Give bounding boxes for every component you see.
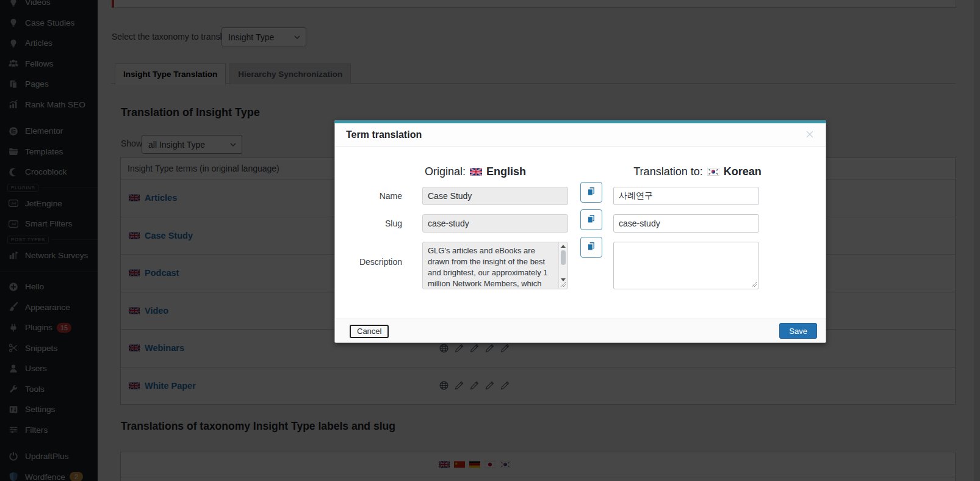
resize-grip-icon[interactable] (751, 281, 757, 288)
original-language: English (486, 165, 526, 178)
translation-column-header: Translation to: Korean (606, 164, 789, 179)
slug-original-input[interactable] (422, 214, 568, 233)
copy-icon (586, 241, 596, 254)
save-button[interactable]: Save (779, 323, 817, 339)
dialog-footer: Cancel Save (335, 319, 826, 342)
dialog-title: Term translation (346, 123, 422, 146)
translation-language: Korean (724, 165, 762, 178)
resize-grip-icon[interactable] (560, 281, 566, 288)
uk-flag-icon (470, 168, 482, 176)
wordpress-admin-page: VideosCase StudiesArticlesFellowsPagesRa… (0, 0, 980, 481)
description-translation-textarea[interactable] (614, 242, 758, 289)
copy-slug-button[interactable] (580, 209, 602, 230)
description-translation-field (613, 242, 759, 289)
scroll-up-icon[interactable] (561, 245, 566, 248)
kr-flag-icon (707, 168, 719, 176)
slug-translation-input[interactable] (613, 214, 759, 233)
dialog-header: Term translation (335, 123, 826, 146)
close-icon[interactable] (805, 129, 816, 140)
description-original-field: GLG's articles and eBooks are drawn from… (422, 242, 568, 289)
original-label: Original: (425, 165, 466, 178)
copy-icon (586, 214, 596, 226)
copy-icon (586, 186, 596, 199)
name-original-input[interactable] (422, 187, 568, 205)
description-original-textarea[interactable]: GLG's articles and eBooks are drawn from… (423, 242, 567, 289)
copy-description-button[interactable] (580, 237, 602, 258)
name-field-label: Name (335, 191, 402, 201)
term-translation-dialog: Term translation Original: English Trans… (334, 120, 826, 343)
cancel-button[interactable]: Cancel (350, 325, 389, 338)
original-column-header: Original: English (390, 164, 561, 179)
description-field-label: Description (335, 257, 402, 267)
translation-to-label: Translation to: (633, 165, 702, 178)
copy-name-button[interactable] (580, 182, 602, 203)
slug-field-label: Slug (335, 219, 402, 228)
scrollbar-thumb[interactable] (561, 250, 566, 265)
name-translation-input[interactable] (613, 187, 759, 205)
